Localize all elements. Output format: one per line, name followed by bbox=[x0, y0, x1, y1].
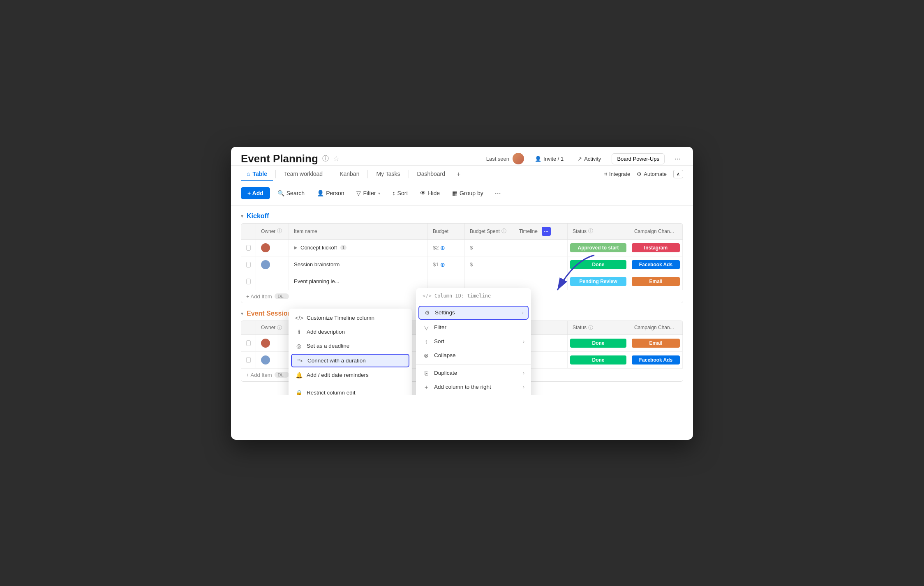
table-row: Session brainstorm $1 ⊕ $ Done Facebook … bbox=[241, 256, 683, 273]
group-collapse-icon-2[interactable]: ▾ bbox=[241, 311, 243, 316]
last-seen-label: Last seen bbox=[486, 153, 524, 164]
sort-button[interactable]: ↕ Sort bbox=[388, 187, 413, 199]
ctx-sort[interactable]: ↕ Sort › bbox=[416, 335, 531, 348]
context-menu-right: </> Column ID: timeline ⚙ Settings › ▽ F… bbox=[416, 288, 531, 395]
tab-dashboard[interactable]: Dashboard bbox=[411, 167, 451, 181]
th-owner: Owner ⓘ bbox=[256, 321, 289, 335]
tab-table[interactable]: ⌂ Table bbox=[241, 167, 273, 181]
th-campaign: Campaign Chan... bbox=[629, 224, 683, 239]
campaign-badge[interactable]: Email bbox=[632, 339, 680, 348]
status-badge[interactable]: Approved to start bbox=[570, 243, 626, 252]
td-campaign: Instagram bbox=[629, 240, 683, 256]
status-info-icon-2[interactable]: ⓘ bbox=[588, 324, 593, 331]
add-button[interactable]: + Add bbox=[241, 187, 270, 199]
row-checkbox[interactable] bbox=[246, 340, 251, 346]
row-checkbox[interactable] bbox=[246, 357, 251, 363]
ctx-right-divider-2 bbox=[416, 364, 531, 365]
tab-bar: ⌂ Table Team workload Kanban My Tasks Da… bbox=[231, 167, 693, 181]
row-checkbox[interactable] bbox=[246, 245, 251, 251]
ctx-set-deadline[interactable]: ◎ Set as a deadline bbox=[289, 339, 412, 353]
ctx-connect-duration[interactable]: ¹²₃ Connect with a duration bbox=[291, 354, 409, 367]
td-budget: $2 ⊕ bbox=[428, 240, 465, 256]
search-button[interactable]: 🔍 Search bbox=[273, 187, 310, 199]
row-checkbox[interactable] bbox=[246, 279, 251, 284]
sort-icon: ↕ bbox=[423, 338, 430, 345]
duration-icon: ¹²₃ bbox=[296, 358, 303, 363]
star-icon[interactable]: ☆ bbox=[333, 154, 340, 163]
expand-icon[interactable]: ▶ bbox=[294, 245, 297, 250]
customize-icon: </> bbox=[295, 315, 303, 321]
tab-kanban[interactable]: Kanban bbox=[334, 167, 365, 181]
lock-icon: 🔒 bbox=[295, 390, 303, 395]
owner-info-icon-2[interactable]: ⓘ bbox=[277, 324, 282, 331]
hide-button[interactable]: 👁 Hide bbox=[415, 187, 445, 199]
th-timeline: Timeline ··· bbox=[514, 224, 568, 239]
ctx-change-type[interactable]: ⇄ Change column type › bbox=[416, 394, 531, 395]
campaign-badge[interactable]: Facebook Ads bbox=[632, 355, 680, 365]
ctx-duplicate[interactable]: ⎘ Duplicate › bbox=[416, 366, 531, 380]
campaign-badge[interactable]: Email bbox=[632, 277, 680, 286]
chevron-right-icon-2: › bbox=[523, 339, 524, 344]
add-tab-button[interactable]: + bbox=[453, 167, 464, 181]
budget-spent-info-icon[interactable]: ⓘ bbox=[501, 228, 506, 235]
status-badge[interactable]: Done bbox=[570, 355, 626, 365]
column-id: </> Column ID: timeline bbox=[416, 291, 531, 302]
ctx-add-reminders[interactable]: 🔔 Add / edit date reminders bbox=[289, 368, 412, 382]
campaign-badge[interactable]: Facebook Ads bbox=[632, 260, 680, 269]
timeline-options-button[interactable]: ··· bbox=[542, 227, 551, 236]
automate-button[interactable]: ⚙ Automate bbox=[637, 171, 667, 177]
tab-team-workload[interactable]: Team workload bbox=[278, 167, 328, 181]
td-owner bbox=[256, 335, 289, 351]
info-icon[interactable]: ⓘ bbox=[322, 155, 329, 163]
td-owner bbox=[256, 273, 289, 290]
td-budget-spent: $ bbox=[465, 256, 514, 273]
ctx-add-column[interactable]: + Add column to the right › bbox=[416, 380, 531, 394]
person-button[interactable]: 👤 Person bbox=[312, 187, 349, 199]
ctx-customize-timeline[interactable]: </> Customize Timeline column bbox=[289, 311, 412, 325]
plus-icon[interactable]: ⊕ bbox=[440, 261, 445, 268]
status-info-icon[interactable]: ⓘ bbox=[588, 228, 593, 235]
tab-divider-3 bbox=[367, 170, 368, 178]
ctx-settings[interactable]: ⚙ Settings › bbox=[418, 306, 529, 320]
td-campaign: Facebook Ads bbox=[629, 352, 683, 368]
activity-button[interactable]: ↗ Activity bbox=[574, 154, 604, 164]
status-badge[interactable]: Done bbox=[570, 339, 626, 348]
filter-button[interactable]: ▽ Filter ▾ bbox=[351, 187, 385, 199]
ctx-divider bbox=[289, 384, 412, 384]
ctx-collapse[interactable]: ⊗ Collapse bbox=[416, 348, 531, 362]
toolbar-more-button[interactable]: ··· bbox=[491, 186, 505, 201]
plus-icon[interactable]: ⊕ bbox=[440, 245, 445, 251]
th-campaign-2: Campaign Chan... bbox=[629, 321, 683, 335]
header-left: Event Planning ⓘ ☆ bbox=[241, 152, 340, 165]
toolbar: + Add 🔍 Search 👤 Person ▽ Filter ▾ ↕ Sor… bbox=[231, 181, 693, 206]
td-checkbox bbox=[241, 240, 256, 256]
owner-info-icon[interactable]: ⓘ bbox=[277, 228, 282, 235]
owner-avatar bbox=[261, 355, 270, 365]
ctx-filter[interactable]: ▽ Filter bbox=[416, 321, 531, 335]
ctx-add-description[interactable]: ℹ Add description bbox=[289, 325, 412, 339]
td-owner bbox=[256, 352, 289, 368]
more-options-icon[interactable]: ··· bbox=[672, 153, 683, 165]
status-badge[interactable]: Pending Review bbox=[570, 277, 626, 286]
invite-button[interactable]: 👤 Invite / 1 bbox=[531, 154, 567, 164]
collapse-tabs-button[interactable]: ∧ bbox=[673, 170, 683, 178]
bell-icon: 🔔 bbox=[295, 372, 303, 378]
td-status: Approved to start bbox=[568, 240, 629, 256]
integrate-button[interactable]: ⌗ Integrate bbox=[604, 171, 630, 178]
group-title-kickoff: Kickoff bbox=[247, 212, 269, 220]
collapse-icon: ⊗ bbox=[423, 352, 430, 359]
tab-my-tasks[interactable]: My Tasks bbox=[370, 167, 406, 181]
status-badge[interactable]: Done bbox=[570, 260, 626, 269]
campaign-badge[interactable]: Instagram bbox=[632, 243, 680, 252]
group-collapse-icon[interactable]: ▾ bbox=[241, 213, 243, 219]
th-budget-spent: Budget Spent ⓘ bbox=[465, 224, 514, 239]
ctx-restrict-edit[interactable]: 🔒 Restrict column edit bbox=[289, 386, 412, 395]
td-status: Done bbox=[568, 256, 629, 273]
table-row: Event planning le... Pending Review Emai… bbox=[241, 273, 683, 290]
td-name: Event planning le... bbox=[289, 273, 428, 290]
board-power-ups-button[interactable]: Board Power-Ups bbox=[612, 153, 665, 164]
group-by-button[interactable]: ▦ Group by bbox=[447, 187, 488, 199]
filter-icon: ▽ bbox=[423, 324, 430, 331]
td-budget bbox=[428, 273, 465, 290]
row-checkbox[interactable] bbox=[246, 262, 251, 268]
